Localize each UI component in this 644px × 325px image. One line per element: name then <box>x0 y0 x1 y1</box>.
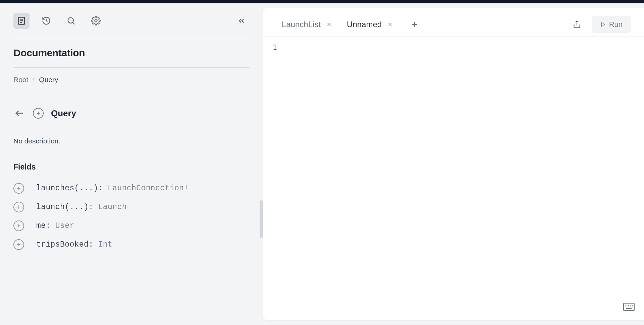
breadcrumb-current: Query <box>39 76 58 84</box>
history-icon[interactable] <box>38 13 54 29</box>
tab-bar: LaunchList Unnamed Run <box>263 8 644 37</box>
svg-point-6 <box>95 20 97 22</box>
field-signature[interactable]: me: User <box>36 221 74 230</box>
add-field-button[interactable] <box>13 220 24 231</box>
tab-label: Unnamed <box>347 20 382 29</box>
run-button-label: Run <box>609 20 623 29</box>
add-type-button[interactable] <box>33 108 44 119</box>
search-icon[interactable] <box>63 13 79 29</box>
editor-panel: LaunchList Unnamed Run 1 <box>263 8 644 320</box>
field-signature[interactable]: launches(...): LaunchConnection! <box>36 184 189 193</box>
field-row[interactable]: launches(...): LaunchConnection! <box>13 179 250 198</box>
breadcrumb: Root Query <box>13 67 250 90</box>
svg-marker-25 <box>601 22 604 26</box>
tab-label: LaunchList <box>282 20 321 29</box>
run-button[interactable]: Run <box>592 16 631 33</box>
add-field-button[interactable] <box>13 202 24 212</box>
fields-heading: Fields <box>13 154 250 179</box>
tab-unnamed[interactable]: Unnamed <box>341 17 399 32</box>
add-field-button[interactable] <box>13 239 24 250</box>
close-icon[interactable] <box>326 21 332 27</box>
add-field-button[interactable] <box>13 183 24 194</box>
share-icon[interactable] <box>570 18 584 31</box>
close-icon[interactable] <box>387 21 393 27</box>
field-signature[interactable]: launch(...): Launch <box>36 203 127 211</box>
docs-title: Documentation <box>13 47 250 59</box>
svg-point-4 <box>68 18 73 23</box>
docs-sidebar: Documentation Root Query Query No descri… <box>0 3 263 325</box>
field-signature[interactable]: tripsBooked: Int <box>36 240 112 249</box>
breadcrumb-root[interactable]: Root <box>13 76 28 84</box>
docs-icon[interactable] <box>13 13 30 29</box>
field-row[interactable]: me: User <box>13 216 250 235</box>
svg-line-5 <box>73 22 74 24</box>
type-name: Query <box>51 108 76 119</box>
chevron-right-icon <box>32 77 36 82</box>
collapse-sidebar-icon[interactable] <box>233 13 250 29</box>
app-topbar <box>0 0 644 3</box>
add-tab-button[interactable] <box>408 18 421 31</box>
field-row[interactable]: tripsBooked: Int <box>13 235 250 254</box>
code-editor[interactable]: 1 <box>263 37 644 320</box>
field-row[interactable]: launch(...): Launch <box>13 198 250 216</box>
keyboard-icon[interactable] <box>623 303 635 312</box>
back-arrow-icon[interactable] <box>13 107 25 119</box>
scrollbar-thumb[interactable] <box>260 200 263 238</box>
line-number: 1 <box>263 42 277 53</box>
gear-icon[interactable] <box>88 13 104 29</box>
type-description: No description. <box>13 128 250 154</box>
tab-launchlist[interactable]: LaunchList <box>276 17 338 32</box>
